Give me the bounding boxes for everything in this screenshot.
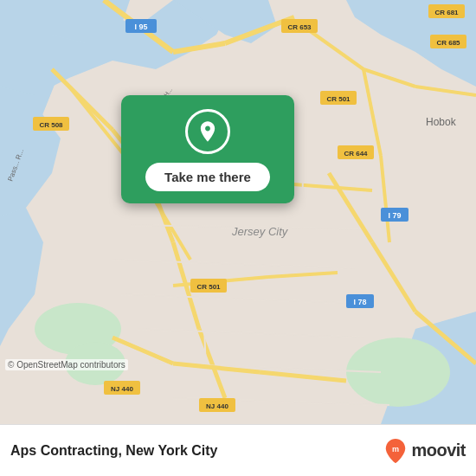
bottom-bar: Aps Contracting, New York City m moovit [0, 424, 476, 476]
svg-text:CR 653: CR 653 [287, 23, 312, 31]
app: I 95 CR 681 CR 653 CR 685 CR 508 CR 501 … [0, 0, 476, 476]
take-me-there-button[interactable]: Take me there [145, 163, 270, 191]
svg-text:CR 644: CR 644 [344, 150, 368, 158]
svg-text:NJ 440: NJ 440 [111, 385, 133, 393]
svg-text:I 79: I 79 [388, 211, 401, 220]
location-pin-icon [196, 119, 220, 144]
svg-text:m: m [392, 445, 399, 453]
svg-text:CR 685: CR 685 [436, 39, 460, 47]
moovit-logo: m moovit [383, 439, 466, 463]
svg-text:CR 681: CR 681 [434, 9, 459, 16]
svg-text:CR 501: CR 501 [196, 283, 221, 291]
svg-text:Jersey   City: Jersey City [231, 225, 289, 238]
map-copyright: © OpenStreetMap contributors [5, 359, 128, 370]
location-card: Take me there [121, 95, 294, 203]
moovit-brand-label: moovit [411, 441, 466, 460]
svg-text:CR 501: CR 501 [326, 95, 351, 103]
svg-text:NJ 440: NJ 440 [206, 402, 228, 410]
map-container: I 95 CR 681 CR 653 CR 685 CR 508 CR 501 … [0, 0, 476, 424]
moovit-brand-icon: m [383, 439, 408, 463]
svg-text:CR 508: CR 508 [39, 121, 63, 129]
place-name: Aps Contracting, New York City [10, 443, 383, 459]
map-pin-circle [185, 109, 230, 154]
svg-text:I 78: I 78 [353, 298, 366, 306]
svg-text:Hobok: Hobok [426, 116, 457, 128]
svg-text:I 95: I 95 [134, 23, 147, 31]
